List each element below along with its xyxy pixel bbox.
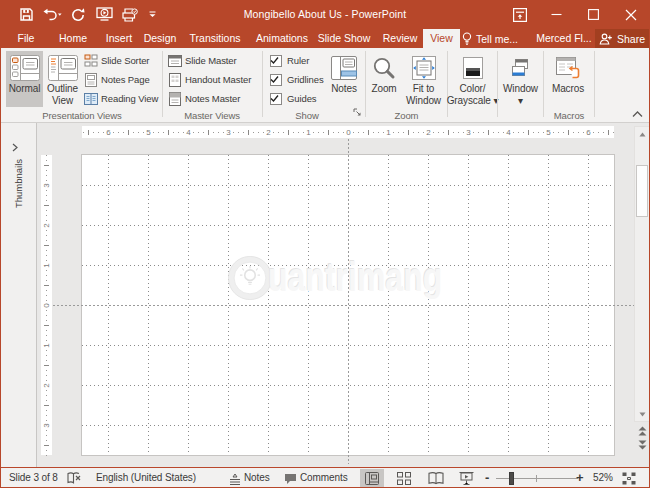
zoom-button[interactable]: Zoom: [367, 51, 401, 107]
color-grayscale-label: Color/ Grayscale ▾: [447, 83, 499, 106]
v-ruler-tick: [44, 365, 49, 366]
handout-master-button[interactable]: Handout Master: [168, 71, 251, 88]
gridlines-checkbox[interactable]: Gridlines: [270, 71, 324, 88]
close-icon[interactable]: [612, 0, 649, 29]
tab-view[interactable]: View: [423, 29, 460, 48]
group-separator: [594, 51, 595, 117]
gridlines-checkbox-label: Gridlines: [287, 74, 324, 85]
zoom-percentage[interactable]: 52%: [593, 468, 613, 488]
watermark: uantrimang: [228, 255, 486, 300]
slide-sorter-status-button[interactable]: [392, 469, 416, 487]
v-ruler-tick: [46, 370, 47, 371]
zoom-out-button[interactable]: -: [485, 468, 489, 488]
h-ruler-tick: [283, 132, 284, 133]
h-ruler-tick: [158, 132, 159, 133]
minimize-icon[interactable]: [538, 0, 575, 29]
color-grayscale-button[interactable]: Color/ Grayscale ▾: [449, 51, 496, 107]
outline-view-icon: [48, 53, 78, 83]
tab-file[interactable]: File: [11, 29, 41, 48]
scroll-up-icon[interactable]: [635, 127, 649, 141]
outline-view-button[interactable]: Outline View: [44, 51, 81, 107]
title-bar: Mongibello About Us - PowerPoint: [1, 0, 649, 29]
group-label-master-views: Master Views: [162, 109, 262, 122]
window-icon: [510, 53, 532, 83]
tab-insert[interactable]: Insert: [99, 29, 139, 48]
ribbon-display-options-icon[interactable]: [501, 0, 538, 29]
v-ruler-tick: [44, 405, 49, 406]
slide-indicator[interactable]: Slide 3 of 8: [9, 468, 58, 488]
watermark-logo-icon: [228, 256, 272, 300]
h-ruler-tick: [528, 130, 529, 135]
tab-home[interactable]: Home: [53, 29, 93, 48]
v-ruler-tick: [46, 255, 47, 256]
ruler-checkbox[interactable]: Ruler: [270, 52, 309, 69]
v-ruler-tick: [44, 165, 49, 166]
slide-sorter-button[interactable]: Slide Sorter: [84, 52, 149, 69]
h-ruler-tick: [598, 132, 599, 133]
slideshow-status-button[interactable]: [454, 469, 478, 487]
language-status[interactable]: English (United States): [96, 468, 196, 488]
normal-view-status-button[interactable]: [360, 469, 384, 487]
notes-page-button[interactable]: Notes Page: [84, 71, 150, 88]
previous-slide-button[interactable]: [636, 425, 649, 437]
v-ruler-number: 2: [42, 381, 51, 390]
h-ruler-tick: [168, 130, 169, 135]
spell-check-icon[interactable]: [67, 471, 82, 488]
h-ruler-tick: [403, 132, 404, 133]
slide-editor: 6543210123456 3210123 uantrimang: [38, 123, 649, 467]
reading-view-button[interactable]: Reading View: [84, 90, 158, 107]
user-name[interactable]: Merced Fl...: [534, 29, 594, 48]
v-ruler-tick: [46, 390, 47, 391]
collapse-ribbon-icon[interactable]: [632, 109, 643, 120]
slide-master-button[interactable]: Slide Master: [168, 52, 237, 69]
comments-status-button[interactable]: Comments: [300, 468, 348, 488]
thumbnails-panel[interactable]: Thumbnails: [1, 123, 37, 467]
tell-me-box[interactable]: Tell me...: [462, 29, 518, 48]
vertical-scrollbar[interactable]: [634, 126, 650, 422]
h-ruler-tick: [248, 130, 249, 135]
h-ruler-tick: [233, 132, 234, 133]
window-button[interactable]: Window ▾: [499, 51, 542, 107]
show-dialog-launcher-icon[interactable]: [353, 108, 362, 119]
tab-design[interactable]: Design: [137, 29, 183, 48]
group-separator: [162, 51, 163, 117]
next-slide-button[interactable]: [636, 439, 649, 451]
fit-to-window-button[interactable]: Fit to Window: [402, 51, 445, 107]
h-ruler-tick: [513, 132, 514, 133]
v-ruler-tick: [46, 290, 47, 291]
scrollbar-thumb[interactable]: [636, 165, 648, 217]
zoom-in-button[interactable]: +: [576, 468, 584, 488]
notes-button[interactable]: Notes: [325, 51, 363, 107]
horizontal-ruler[interactable]: 6543210123456: [82, 126, 614, 138]
scroll-down-icon[interactable]: [635, 407, 649, 421]
h-ruler-tick: [198, 132, 199, 133]
guides-checkbox[interactable]: Guides: [270, 90, 317, 107]
vertical-ruler[interactable]: 3210123: [41, 155, 52, 455]
maximize-icon[interactable]: [575, 0, 612, 29]
notes-page-icon: [84, 73, 98, 87]
zoom-slider-thumb[interactable]: [509, 472, 514, 485]
fit-slide-to-window-icon[interactable]: [622, 472, 636, 488]
tab-transitions[interactable]: Transitions: [181, 29, 249, 48]
notes-master-button[interactable]: Notes Master: [168, 90, 240, 107]
normal-view-button[interactable]: Normal: [6, 51, 43, 107]
v-ruler-tick: [46, 160, 47, 161]
vertical-guide[interactable]: [348, 139, 349, 464]
notes-status-button[interactable]: Notes: [244, 468, 270, 488]
h-ruler-tick: [83, 132, 84, 133]
share-button[interactable]: Share: [595, 29, 649, 48]
h-ruler-tick: [208, 130, 209, 135]
tab-animations[interactable]: Animations: [247, 29, 317, 48]
v-ruler-tick: [46, 190, 47, 191]
slide-master-label: Slide Master: [185, 55, 237, 66]
macros-button[interactable]: Macros: [547, 51, 589, 107]
guides-checkbox-label: Guides: [287, 93, 317, 104]
v-ruler-number: 0: [42, 301, 51, 310]
horizontal-guide[interactable]: [53, 305, 634, 306]
tab-review[interactable]: Review: [375, 29, 425, 48]
v-ruler-tick: [46, 415, 47, 416]
reading-view-status-button[interactable]: [424, 469, 448, 487]
v-ruler-tick: [46, 155, 47, 156]
group-separator: [365, 51, 366, 117]
tab-slide-show[interactable]: Slide Show: [313, 29, 375, 48]
